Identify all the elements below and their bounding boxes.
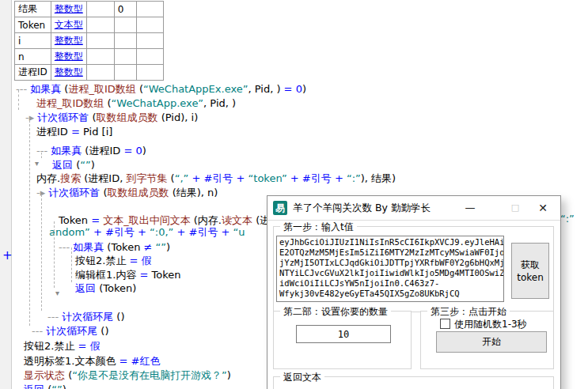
tree-guide-line — [18, 90, 19, 110]
random-delay-checkbox-label: 使用随机数1-3秒 — [454, 318, 527, 331]
result-label: 返回文本 — [280, 371, 324, 384]
dialog-title-bar: 易 羊了个羊闯关次数 By 勤勤学长 — □ ✕ — [267, 196, 560, 221]
step3-label: 第三步：点击开始 — [427, 305, 510, 319]
code-line[interactable]: Token = 文本_取出中间文本 (内存.读文本 (进 — [59, 215, 270, 226]
code-line[interactable]: 按钮2.禁止 = 假 — [24, 341, 101, 352]
tree-guide-line — [29, 120, 30, 326]
code-line[interactable]: --- 计次循环尾 () — [32, 326, 109, 337]
code-line[interactable]: --- 如果真 (进程_取ID数组 (“WeChatAppEx.exe”, Pi… — [16, 84, 306, 95]
start-button[interactable]: 开始 — [436, 331, 547, 353]
code-line[interactable]: 按钮2.禁止 = 假 — [75, 255, 152, 266]
tree-guide-line — [54, 221, 55, 288]
tree-guide-line — [41, 153, 42, 158]
code-line[interactable]: andom” + #引号 + “:0,” + #引号 + “u — [49, 227, 245, 238]
token-textarea[interactable]: eyJhbGciOiJIUzI1NiIsInR5cCI6IkpXVCJ9.eyJ… — [276, 236, 504, 302]
easy-language-logo-icon: 易 — [273, 201, 287, 215]
dialog-title: 羊了个羊闯关次数 By 勤勤学长 — [293, 202, 431, 215]
maximize-button: □ — [503, 196, 527, 220]
code-line[interactable]: --- 计次循环尾 () — [47, 312, 125, 323]
tree-guide-line — [71, 247, 72, 282]
code-line[interactable]: 编辑框1.内容 = Token — [75, 270, 181, 281]
code-line[interactable]: 进程ID = Pid [i] — [36, 127, 112, 138]
dialog-window: 易 羊了个羊闯关次数 By 勤勤学长 — □ ✕ 第一步：输入t值 eyJhbG… — [267, 195, 561, 389]
easy-language-ide: + 结果整数型0Token文本型i整数型n整数型进程ID整数型 --- 如果真 … — [0, 0, 588, 389]
result-groupbox: 返回文本 — [273, 376, 554, 389]
code-line[interactable]: 显示状态 (“你是不是没有在电脑打开游戏？”) — [24, 370, 231, 381]
code-line[interactable]: 进程_取ID数组 (“WeChatApp.exe”, Pid, ) — [36, 98, 236, 109]
code-line[interactable]: 返回 (“”) — [24, 384, 66, 389]
code-line[interactable]: --- 如果真 (Token ≠ “”) — [59, 242, 170, 253]
code-line[interactable]: 内存.搜索 (进程ID, 到字节集 (“,” + #引号 + “token” +… — [36, 173, 396, 184]
quantity-input[interactable] — [296, 325, 391, 343]
code-line[interactable]: 返回 (Token) — [75, 283, 136, 294]
minimize-button[interactable]: — — [456, 196, 484, 220]
block-end-arrow-icon: ▾ — [55, 289, 59, 297]
step1-label: 第一步：输入t值 — [280, 221, 357, 234]
code-line[interactable]: --- 如果真 (进程ID = 0) — [36, 145, 146, 157]
code-line[interactable]: 透明标签1.文本颜色 = #红色 — [24, 356, 160, 367]
get-token-button[interactable]: 获取 token — [511, 243, 549, 299]
step2-label: 第二部：设置你要的数量 — [280, 305, 391, 319]
code-line[interactable]: -▸ 计次循环首 (取数组成员数 (Pid), i) — [25, 112, 198, 123]
code-line[interactable]: “:” — [560, 213, 575, 225]
random-delay-checkbox[interactable] — [440, 319, 450, 329]
code-line[interactable]: -▸ 计次循环首 (取数组成员数 (结果), n) — [36, 187, 218, 198]
close-button[interactable]: ✕ — [530, 196, 556, 220]
block-end-arrow-icon: ▾ — [35, 160, 39, 168]
code-line[interactable]: 返回 (“”) — [52, 160, 95, 171]
tree-guide-line — [41, 194, 42, 311]
